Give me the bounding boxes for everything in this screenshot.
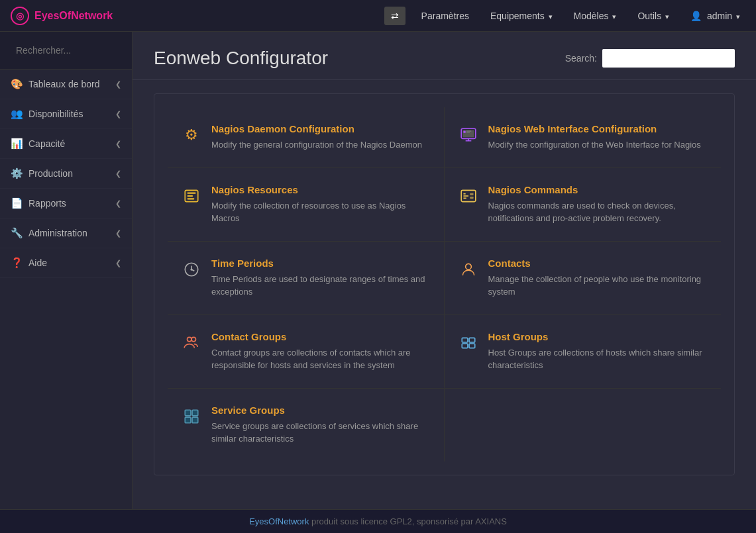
svg-rect-16: [470, 197, 473, 199]
sidebar-search-container: 🔍: [0, 32, 132, 70]
nagios-commands-icon: [458, 185, 479, 207]
nagios-web-desc: Modify the configuration of the Web Inte…: [488, 138, 701, 152]
contact-groups-icon: [181, 332, 202, 354]
nav-modeles[interactable]: Modèles ▾: [568, 8, 622, 24]
sidebar-item-label: Disponibilités: [28, 109, 83, 119]
time-periods-title: Time Periods: [211, 258, 431, 269]
svg-rect-25: [469, 338, 475, 342]
nagios-daemon-icon: ⚙: [181, 124, 202, 146]
content-header: Eonweb Configurator Search:: [133, 32, 756, 80]
svg-rect-26: [462, 344, 468, 348]
svg-rect-15: [470, 193, 473, 195]
host-groups-icon: [458, 332, 479, 354]
production-icon: ⚙️: [11, 168, 23, 179]
admin-arrow: ▾: [736, 13, 740, 21]
search-label: Search:: [565, 53, 597, 64]
switch-button[interactable]: ⇄: [384, 7, 405, 25]
logo-text: EyesOfNetwork: [34, 10, 113, 22]
sidebar-item-label: Aide: [28, 258, 47, 268]
config-item-contact-groups[interactable]: Contact Groups Contact groups are collec…: [168, 315, 445, 389]
administration-icon: 🔧: [11, 227, 23, 239]
host-groups-title: Host Groups: [488, 331, 708, 342]
config-item-host-groups[interactable]: Host Groups Host Groups are collections …: [445, 315, 722, 389]
configurator-box: ⚙ Nagios Daemon Configuration Modify the…: [154, 93, 735, 475]
sidebar-item-label: Production: [28, 168, 73, 179]
modeles-arrow: ▾: [612, 13, 616, 21]
search-input[interactable]: [8, 38, 140, 62]
sidebar: 🔍 🎨 Tableaux de bord ❮ 👥 Disponibilités …: [0, 32, 133, 509]
production-chevron: ❮: [115, 170, 121, 178]
config-item-nagios-commands[interactable]: Nagios Commands Nagios commands are used…: [445, 168, 722, 242]
svg-point-23: [191, 337, 196, 341]
time-periods-icon: [181, 259, 202, 280]
aide-icon: ❓: [11, 257, 23, 269]
svg-rect-29: [192, 410, 198, 416]
sidebar-item-label: Tableaux de bord: [28, 79, 99, 89]
logo-icon: ◎: [11, 7, 29, 25]
svg-point-21: [465, 264, 471, 269]
nagios-daemon-title: Nagios Daemon Configuration: [211, 123, 422, 134]
capacite-chevron: ❮: [115, 140, 121, 148]
svg-point-22: [188, 337, 192, 341]
content-search-input[interactable]: [602, 49, 735, 68]
nagios-web-title: Nagios Web Interface Configuration: [488, 123, 701, 134]
outils-arrow: ▾: [665, 13, 669, 21]
svg-rect-3: [466, 131, 471, 132]
sidebar-item-capacite[interactable]: 📊 Capacité ❮: [0, 129, 132, 159]
logo[interactable]: ◎ EyesOfNetwork: [11, 7, 113, 25]
config-item-nagios-daemon[interactable]: ⚙ Nagios Daemon Configuration Modify the…: [168, 107, 445, 168]
sidebar-item-aide[interactable]: ❓ Aide ❮: [0, 248, 132, 278]
rapports-icon: 📄: [11, 197, 23, 209]
contacts-desc: Manage the collection of people who use …: [488, 273, 708, 299]
disponibilites-icon: 👥: [11, 108, 23, 120]
host-groups-desc: Host Groups are collections of hosts whi…: [488, 346, 708, 372]
sidebar-item-administration[interactable]: 🔧 Administration ❮: [0, 218, 132, 248]
config-item-time-periods[interactable]: Time Periods Time Periods are used to de…: [168, 242, 445, 315]
nagios-commands-title: Nagios Commands: [488, 184, 708, 195]
footer-text: produit sous licence GPL2, sponsorisé pa…: [309, 516, 506, 526]
nav-admin[interactable]: 👤 admin ▾: [685, 8, 745, 24]
config-item-nagios-web[interactable]: Nagios Web Interface Configuration Modif…: [445, 107, 722, 168]
nagios-resources-icon: [181, 185, 202, 207]
tableaux-chevron: ❮: [115, 80, 121, 89]
sidebar-item-label: Administration: [28, 228, 87, 238]
config-item-nagios-resources[interactable]: Nagios Resources Modify the collection o…: [168, 168, 445, 242]
main-layout: 🔍 🎨 Tableaux de bord ❮ 👥 Disponibilités …: [0, 32, 756, 509]
nagios-commands-desc: Nagios commands are used to check on dev…: [488, 199, 708, 225]
svg-rect-9: [188, 195, 193, 196]
sidebar-item-label: Rapports: [28, 198, 66, 209]
time-periods-desc: Time Periods are used to designate range…: [211, 273, 431, 299]
topnav: ◎ EyesOfNetwork ⇄ Paramètres Equipements…: [0, 0, 756, 32]
equipements-arrow: ▾: [549, 13, 553, 21]
administration-chevron: ❮: [115, 229, 121, 238]
page-title: Eonweb Configurator: [154, 48, 328, 69]
nav-outils[interactable]: Outils ▾: [632, 8, 675, 24]
sidebar-item-rapports[interactable]: 📄 Rapports ❮: [0, 189, 132, 218]
svg-rect-28: [185, 410, 191, 416]
disponibilites-chevron: ❮: [115, 110, 121, 119]
config-item-contacts[interactable]: Contacts Manage the collection of people…: [445, 242, 722, 315]
contacts-icon: [458, 259, 479, 280]
config-item-service-groups[interactable]: Service Groups Service groups are collec…: [168, 389, 445, 461]
sidebar-item-production[interactable]: ⚙️ Production ❮: [0, 159, 132, 189]
nagios-resources-desc: Modify the collection of resources to us…: [211, 199, 431, 225]
config-grid: ⚙ Nagios Daemon Configuration Modify the…: [168, 107, 721, 461]
configurator-body: ⚙ Nagios Daemon Configuration Modify the…: [133, 80, 756, 509]
content-search-area: Search:: [565, 49, 735, 68]
config-item-empty: [445, 389, 722, 461]
nav-equipements[interactable]: Equipements ▾: [485, 8, 558, 24]
tableaux-icon: 🎨: [11, 78, 23, 90]
svg-rect-10: [188, 198, 195, 199]
service-groups-desc: Service groups are collections of servic…: [211, 420, 431, 446]
service-groups-icon: [181, 406, 202, 427]
svg-rect-4: [466, 132, 469, 133]
sidebar-item-disponibilites[interactable]: 👥 Disponibilités ❮: [0, 99, 132, 129]
footer-link[interactable]: EyesOfNetwork: [249, 516, 309, 526]
nav-parametres[interactable]: Paramètres: [416, 8, 474, 24]
svg-rect-24: [462, 338, 468, 342]
sidebar-item-tableaux[interactable]: 🎨 Tableaux de bord ❮: [0, 70, 132, 99]
contact-groups-title: Contact Groups: [211, 331, 431, 342]
nagios-web-icon: [458, 124, 479, 146]
contacts-title: Contacts: [488, 258, 708, 269]
rapports-chevron: ❮: [115, 199, 121, 208]
